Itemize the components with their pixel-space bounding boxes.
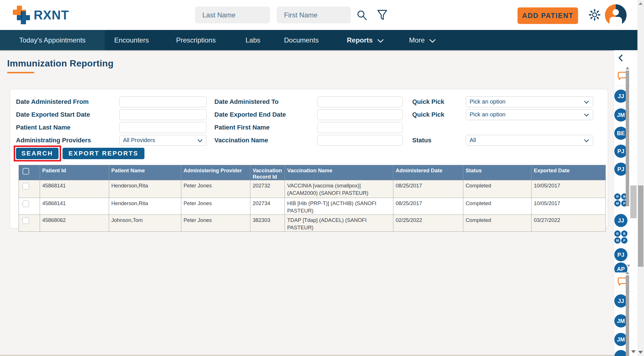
date-exported-start-input[interactable] — [119, 109, 207, 120]
divider — [614, 86, 634, 86]
select-all-header — [19, 165, 40, 180]
col-patient-id: Patient Id — [40, 165, 109, 180]
nav-labs[interactable]: Labs — [245, 30, 260, 50]
first-name-search-input[interactable] — [277, 7, 351, 23]
nav-prescriptions[interactable]: Prescriptions — [176, 30, 216, 50]
group-avatar[interactable]: R B M P — [614, 230, 627, 244]
scroll-down-arrow-icon[interactable] — [627, 265, 630, 267]
collapse-chevron-left-icon[interactable] — [618, 54, 623, 62]
patient-last-name-input[interactable] — [119, 122, 207, 133]
table-row[interactable]: 45868062 Johnson,Tom Peter Jones 382303 … — [19, 215, 606, 232]
cell-patient-id: 45868141 — [40, 180, 109, 198]
select-all-checkbox[interactable] — [23, 168, 29, 175]
horizontal-scrollbar-edge — [0, 355, 630, 356]
date-administered-to-input[interactable] — [317, 96, 403, 107]
filter-row-1: Date Administered From Date Administered… — [10, 95, 608, 108]
messaging-sidebar-section-2: JJ JM JM — [614, 272, 635, 356]
group-member-initial: B — [621, 230, 627, 237]
quick-pick-1-value: Pick an option — [470, 98, 506, 105]
cell-exported-date: 10/05/2017 — [532, 180, 606, 198]
quick-pick-2-label: Quick Pick — [412, 108, 444, 121]
report-filter-card: Date Administered From Date Administered… — [10, 89, 608, 228]
date-exported-start-label: Date Exported Start Date — [16, 108, 90, 121]
cell-provider: Peter Jones — [181, 198, 250, 215]
administrating-providers-select[interactable]: All Providers — [119, 135, 207, 146]
date-administered-from-input[interactable] — [119, 96, 207, 107]
quick-pick-2-select[interactable]: Pick an option — [466, 109, 593, 120]
group-member-initial: R — [614, 193, 621, 200]
vaccination-name-input[interactable] — [317, 135, 403, 146]
cell-record-id: 202734 — [250, 198, 285, 215]
cell-exported-date: 03/27/2022 — [532, 215, 606, 232]
divider — [614, 292, 634, 292]
main-navbar: Today's Appointments Encounters Prescrip… — [0, 30, 644, 50]
nav-encounters[interactable]: Encounters — [114, 30, 149, 50]
date-exported-end-input[interactable] — [317, 109, 403, 120]
chevron-down-icon — [584, 114, 589, 117]
row-checkbox[interactable] — [23, 183, 29, 189]
nav-reports[interactable]: Reports — [347, 30, 384, 50]
export-reports-button[interactable]: EXPORT REPORTS — [63, 148, 144, 159]
date-exported-end-label: Date Exported End Date — [214, 108, 286, 121]
cell-administered-date: 08/25/2017 — [393, 180, 463, 198]
scroll-up-arrow-icon[interactable] — [625, 272, 629, 274]
table-row[interactable]: 45868141 Henderson,Rita Peter Jones 2027… — [19, 198, 606, 215]
user-avatar[interactable] — [605, 4, 627, 26]
scroll-down-arrow-icon[interactable] — [638, 351, 643, 354]
search-icon[interactable] — [356, 10, 368, 21]
nav-documents[interactable]: Documents — [284, 30, 319, 50]
quick-pick-1-label: Quick Pick — [412, 95, 444, 108]
col-status: Status — [463, 165, 532, 180]
cell-administered-date: 08/25/2017 — [393, 198, 463, 215]
quick-pick-1-select[interactable]: Pick an option — [466, 96, 593, 107]
vaccination-name-label: Vaccination Name — [214, 134, 268, 147]
col-administering-provider: Administering Provider — [181, 165, 250, 180]
cell-vaccination: TDAP [Tdap] (ADACEL) (SANOFI PASTEUR) — [285, 215, 393, 232]
nav-reports-label: Reports — [347, 36, 373, 44]
contact-avatar[interactable]: PJ — [614, 248, 627, 261]
immunization-report-table: Patient Id Patient Name Administering Pr… — [19, 165, 606, 232]
date-administered-to-label: Date Administered To — [214, 95, 279, 108]
filter-icon[interactable] — [377, 10, 388, 21]
sidebar-scrollbar-thumb[interactable] — [626, 70, 629, 206]
sidebar-scrollbar-thumb[interactable] — [626, 275, 629, 356]
last-name-search-input[interactable] — [195, 7, 270, 23]
filter-row-4: Administrating Providers All Providers V… — [10, 134, 608, 147]
page-scrollbar-track[interactable] — [637, 0, 644, 356]
top-header: RXNT ADD PATIENT — [0, 0, 644, 30]
gear-icon[interactable] — [589, 9, 601, 21]
cell-patient-id: 45868062 — [40, 215, 109, 232]
search-button[interactable]: SEARCH — [16, 148, 59, 159]
nav-more[interactable]: More — [409, 30, 436, 50]
group-member-initial: M — [614, 200, 621, 207]
panel-scrollbar-thumb[interactable] — [630, 185, 637, 218]
scroll-up-arrow-icon[interactable] — [625, 67, 629, 69]
table-row[interactable]: 45868141 Henderson,Rita Peter Jones 2027… — [19, 180, 606, 198]
patient-first-name-label: Patient First Name — [214, 121, 269, 134]
administrating-providers-label: Administrating Providers — [16, 134, 91, 147]
nav-todays-appointments[interactable]: Today's Appointments — [0, 30, 105, 50]
patient-first-name-input[interactable] — [317, 122, 403, 133]
row-checkbox[interactable] — [23, 217, 29, 224]
add-patient-button[interactable]: ADD PATIENT — [518, 7, 578, 24]
scroll-up-arrow-icon[interactable] — [639, 2, 643, 5]
cell-patient-name: Johnson,Tom — [109, 215, 181, 232]
app-window: RXNT ADD PATIENT Today's Appoi — [0, 0, 644, 356]
cell-exported-date: 10/05/2017 — [532, 198, 606, 215]
chevron-down-icon — [429, 31, 436, 51]
row-checkbox[interactable] — [23, 201, 29, 207]
cell-patient-id: 45868141 — [40, 198, 109, 215]
cell-provider: Peter Jones — [181, 215, 250, 232]
col-patient-name: Patient Name — [109, 165, 181, 180]
chevron-down-icon — [584, 101, 589, 104]
contact-avatar[interactable]: JJ — [614, 214, 627, 227]
page-scrollbar-thumb[interactable] — [638, 185, 643, 267]
status-label: Status — [412, 134, 431, 147]
cell-record-id: 202732 — [250, 180, 285, 198]
rxnt-logo[interactable]: RXNT — [13, 6, 69, 25]
status-select[interactable]: All — [466, 135, 593, 146]
scroll-down-arrow-icon[interactable] — [631, 350, 636, 353]
quick-pick-2-value: Pick an option — [470, 111, 506, 118]
filter-row-2: Date Exported Start Date Date Exported E… — [10, 108, 608, 121]
col-exported-date: Exported Date — [532, 165, 606, 180]
